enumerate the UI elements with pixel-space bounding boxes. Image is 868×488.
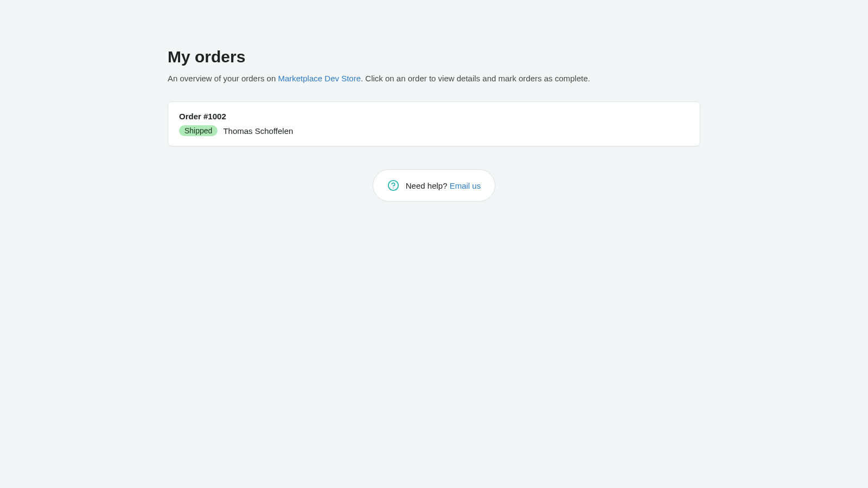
help-text: Need help? Email us [406,181,481,190]
subtitle-prefix: An overview of your orders on [168,74,278,83]
page-subtitle: An overview of your orders on Marketplac… [168,73,700,84]
store-link[interactable]: Marketplace Dev Store [278,74,361,83]
help-prefix: Need help? [406,181,450,190]
email-us-link[interactable]: Email us [450,181,481,190]
page-title: My orders [168,48,700,66]
order-title: Order #1002 [179,112,689,121]
customer-name: Thomas Schoffelen [223,126,293,136]
help-section: Need help? Email us [168,169,700,202]
help-circle-icon [387,179,399,191]
order-card[interactable]: Order #1002 Shipped Thomas Schoffelen [168,101,700,146]
help-pill: Need help? Email us [373,169,495,202]
order-meta: Shipped Thomas Schoffelen [179,125,689,136]
status-badge: Shipped [179,125,218,136]
subtitle-suffix: . Click on an order to view details and … [361,74,590,83]
